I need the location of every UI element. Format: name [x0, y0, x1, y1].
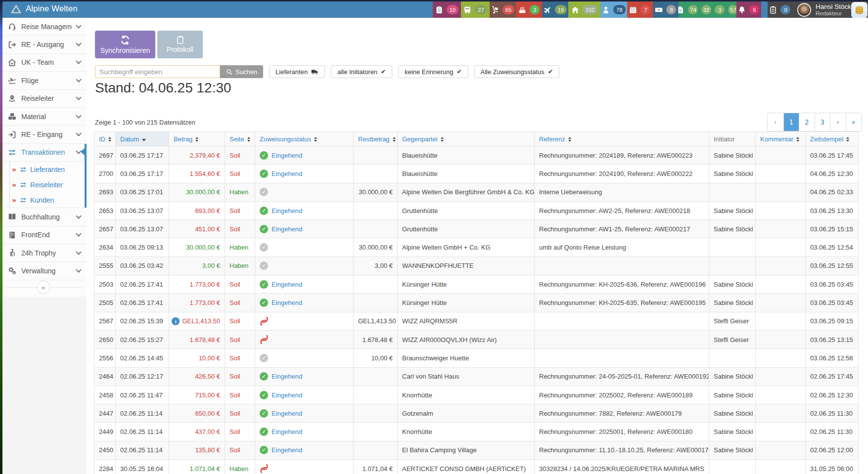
- table-row[interactable]: 2657 03.06.25 13:07 451,00 € Soll ✓Einge…: [94, 220, 859, 238]
- sidebar-item-frontend[interactable]: FrontEnd: [0, 226, 87, 244]
- search-button[interactable]: Suchen: [220, 65, 263, 78]
- status-link[interactable]: Eingehend: [272, 299, 302, 306]
- topbar-module-clipboard-list[interactable]: 10: [433, 1, 461, 18]
- column-header-id[interactable]: ID: [94, 132, 116, 146]
- topbar-module-calendar[interactable]: 7: [627, 1, 653, 18]
- topbar-module-bus[interactable]: 27: [461, 1, 490, 18]
- column-header-restbetrag[interactable]: Restbetrag: [354, 132, 398, 146]
- table-row[interactable]: 2449 02.06.25 11:14 437,00 € Soll ✓Einge…: [94, 423, 859, 441]
- filter-keine-erinnerung[interactable]: keine Erinnerung✔: [398, 65, 468, 78]
- sidebar-item-reiseleiter[interactable]: Reiseleiter: [0, 90, 87, 108]
- background-edge-strip: [0, 0, 2, 474]
- cell-initiator: [709, 257, 756, 275]
- table-row[interactable]: 2693 03.06.25 17:01 30.000,00 € Haben ✓ …: [94, 183, 859, 201]
- table-row[interactable]: 2505 02.06.25 17:41 1.773,00 € Soll ✓Ein…: [94, 294, 859, 312]
- protocol-button[interactable]: Protokoll: [157, 31, 203, 58]
- status-link[interactable]: Eingehend: [272, 225, 302, 233]
- table-row[interactable]: 2450 02.06.25 11:14 135,80 € Soll ✓Einge…: [94, 441, 859, 459]
- topbar-module-person[interactable]: 78: [600, 1, 627, 18]
- table-row[interactable]: 2458 02.06.25 11:47 715,00 € Soll ✓Einge…: [94, 386, 859, 404]
- column-header-betrag[interactable]: Betrag: [169, 132, 225, 146]
- table-row[interactable]: 2697 03.06.25 17:17 2.379,40 € Soll ✓Ein…: [94, 146, 859, 165]
- topbar-module-bell[interactable]: 6: [736, 1, 761, 18]
- sidebar-item-fl-ge[interactable]: Flüge: [0, 72, 87, 89]
- cell-referenz: [535, 349, 709, 367]
- info-icon[interactable]: i: [172, 317, 180, 325]
- page-button-next[interactable]: ›: [830, 113, 846, 131]
- table-row[interactable]: 2447 02.06.25 11:14 650,00 € Soll ✓Einge…: [94, 404, 859, 423]
- topbar-module-house[interactable]: 102: [568, 1, 600, 18]
- filter-alle-zuweisungsstatus[interactable]: Alle Zuweisungsstatus✔: [474, 65, 559, 78]
- cell-zuweisungsstatus: ✓: [255, 238, 354, 257]
- table-row[interactable]: 2503 02.06.25 17:41 1.773,00 € Soll ✓Ein…: [94, 275, 859, 294]
- column-header-gegenpartei[interactable]: Gegenpartei: [398, 132, 535, 146]
- synchronize-button[interactable]: Synchronisieren: [95, 31, 155, 58]
- cell-seite: Soll: [225, 220, 255, 238]
- topbar-module-banknote[interactable]: 8: [653, 1, 679, 18]
- sidebar-item-verwaltung[interactable]: Verwaltung: [0, 262, 87, 280]
- table-row[interactable]: 2700 03.06.25 17:17 1.554,60 € Soll ✓Ein…: [94, 165, 859, 183]
- sidebar-item-label: Reiseleiter: [21, 94, 72, 102]
- sidebar-subitem-lieferanten[interactable]: » Lieferanten: [0, 162, 87, 177]
- transfer-arrows-icon: [7, 148, 17, 157]
- status-link[interactable]: Eingehend: [272, 152, 302, 159]
- page-button-2[interactable]: 2: [799, 113, 815, 131]
- app-brand[interactable]: Alpine Welten: [11, 4, 78, 14]
- sidebar-item-re-ausgang[interactable]: RE - Ausgang: [0, 36, 87, 53]
- sort-icon: [846, 137, 849, 142]
- column-header-datum[interactable]: Datum: [116, 132, 169, 146]
- status-link[interactable]: Eingehend: [272, 428, 302, 435]
- column-header-kommentar[interactable]: Kommentar: [756, 132, 806, 146]
- table-row[interactable]: 2634 03.06.25 09:13 30.000,00 € Haben ✓ …: [94, 238, 859, 257]
- cell-zuweisungsstatus: ✓Eingehend: [255, 220, 354, 238]
- status-link[interactable]: Eingehend: [272, 373, 302, 380]
- status-link[interactable]: Eingehend: [272, 170, 302, 177]
- cell-gegenpartei: Gotzenalm: [398, 404, 535, 423]
- cell-id: 2634: [94, 238, 116, 257]
- column-header-referenz[interactable]: Referenz: [535, 132, 709, 146]
- coin-stack-icon[interactable]: [851, 2, 868, 18]
- search-icon: [226, 69, 232, 75]
- column-header-seite[interactable]: Seite: [225, 132, 255, 146]
- column-header-zeitstempel[interactable]: Zeitstempel: [806, 132, 859, 146]
- status-link[interactable]: Eingehend: [272, 281, 302, 288]
- cell-zeitstempel: 02.06.25 11:30: [806, 423, 859, 441]
- topbar-module-plane[interactable]: 19: [542, 1, 568, 18]
- column-header-zuweisungsstatus[interactable]: Zuweisungsstatus: [255, 132, 354, 146]
- status-link[interactable]: Eingehend: [272, 207, 302, 215]
- table-row[interactable]: 2556 02.06.25 14:45 10,00 € Soll ✓ 10,00…: [94, 349, 859, 367]
- table-row[interactable]: 2650 02.06.25 15:27 1.678,48 € Soll 1.67…: [94, 330, 859, 348]
- table-row[interactable]: 2464 02.06.25 12:17 426,50 € Soll ✓Einge…: [94, 367, 859, 386]
- check-icon: ✔: [548, 68, 553, 75]
- status-link[interactable]: Eingehend: [272, 410, 302, 417]
- page-button-last[interactable]: »: [846, 113, 862, 131]
- sidebar-subitem-reiseleiter[interactable]: » Reiseleiter: [0, 177, 87, 192]
- page-button-1[interactable]: 1: [783, 113, 799, 131]
- badge-count: 6: [749, 5, 759, 14]
- page-button-3[interactable]: 3: [815, 113, 830, 131]
- sidebar-item-24h-trophy[interactable]: 24h Trophy: [0, 244, 87, 262]
- sidebar-item-transaktionen[interactable]: Transaktionen: [0, 144, 87, 162]
- page-button-prev[interactable]: ‹: [768, 113, 783, 131]
- table-row[interactable]: 2653 03.06.25 13:07 693,00 € Soll ✓Einge…: [94, 201, 859, 219]
- sidebar-item-buchhaltung[interactable]: Buchhaltung: [0, 208, 87, 226]
- sidebar-item-uk-team[interactable]: UK - Team: [0, 54, 87, 72]
- topbar-module-hand-truck[interactable]: 65: [490, 1, 516, 18]
- sidebar-collapse-button[interactable]: «: [37, 281, 50, 294]
- status-link[interactable]: Eingehend: [272, 446, 302, 454]
- sidebar-item-reise-management[interactable]: Reise Management: [0, 18, 87, 36]
- table-row[interactable]: 2555 03.06.25 03:42 3,00 € Haben ✓ 3,00 …: [94, 257, 859, 275]
- filter-lieferanten[interactable]: Lieferanten: [269, 65, 325, 78]
- topbar-module-clipboard[interactable]: 0: [768, 1, 792, 18]
- sidebar-subitem-kunden[interactable]: » Kunden: [0, 192, 87, 208]
- table-row[interactable]: 2567 02.06.25 15:39 iGEL1,413.50 Soll GE…: [94, 312, 859, 330]
- sort-icon: [393, 137, 396, 142]
- sidebar-item-material[interactable]: Material: [0, 108, 87, 126]
- search-input[interactable]: [95, 65, 220, 78]
- filter-alle-initiatoren[interactable]: alle Initiatoren✔: [331, 65, 392, 78]
- status-link[interactable]: Eingehend: [272, 391, 302, 399]
- topbar-module-documents[interactable]: 7432357: [679, 1, 736, 18]
- sidebar-item-re-eingang[interactable]: RE - Eingang: [0, 126, 87, 143]
- table-row[interactable]: 2284 30.05.25 16:04 1.071,04 € Haben 1.0…: [94, 460, 859, 474]
- topbar-module-birthday-cake[interactable]: 3: [516, 1, 542, 18]
